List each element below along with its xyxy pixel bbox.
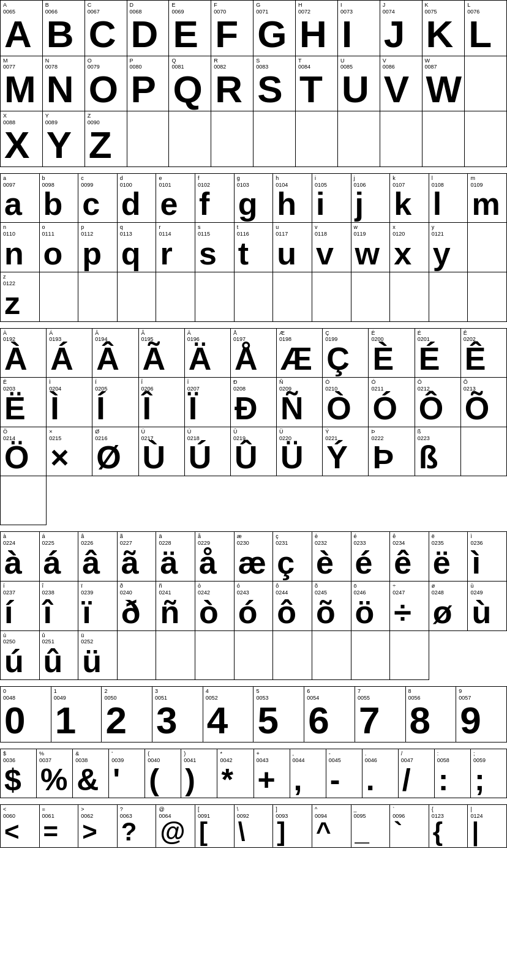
cell-char: ñ (159, 596, 192, 629)
cell-char: Á (49, 343, 89, 376)
cell-char: . (365, 765, 396, 796)
cell-char: n (3, 238, 37, 271)
cell-char: 2 (104, 701, 149, 741)
grid-cell: Þ 0222Þ (369, 427, 415, 477)
cell-char: ê (392, 547, 426, 580)
cell-char (298, 164, 335, 165)
section-accented-upper: À 0192ÀÁ 0193ÁÂ 0194ÂÃ 0195ÃÄ 0196ÄÅ 019… (0, 328, 507, 526)
cell-char: % (39, 765, 70, 796)
cell-char (340, 164, 377, 165)
cell-char (130, 164, 167, 165)
cell-char (276, 677, 309, 678)
cell-char: G (256, 15, 293, 54)
grid-cell: / 0047/ (399, 749, 435, 798)
cell-char: [ (198, 819, 231, 846)
grid-cell: Ñ 0209Ñ (277, 378, 323, 427)
cell-char: 0 (3, 701, 48, 741)
cell-char: À (3, 343, 43, 376)
cell-char (237, 677, 271, 678)
grid-cell: Í 0205Í (92, 378, 138, 427)
cell-char (392, 677, 426, 678)
cell-char: \ (237, 819, 271, 846)
grid-cell: + 0043+ (254, 749, 290, 798)
cell-char (315, 319, 348, 320)
cell-char: é (354, 547, 388, 580)
cell-char: Ö (3, 441, 43, 474)
cell-char: - (329, 765, 359, 796)
grid-cell: a 0097a (1, 174, 40, 223)
grid-cell: 5 00535 (254, 687, 304, 742)
cell-char: d (120, 188, 154, 221)
cell-char: Q (171, 70, 208, 110)
grid-cell (461, 427, 507, 477)
grid-cell: s 0115s (195, 223, 235, 272)
grid-cell: o 0111o (40, 223, 79, 272)
cell-code: ' 0039 (111, 750, 142, 764)
cell-char: | (470, 819, 504, 846)
cell-char: i (315, 188, 348, 221)
grid-cell: & 0038& (73, 749, 109, 798)
cell-char: Í (95, 392, 135, 425)
grid-cell: ) 0041) (181, 749, 217, 798)
grid-cell: ø 0248ø (429, 582, 468, 631)
cell-char: + (257, 765, 287, 796)
cell-char (198, 319, 231, 320)
grid-cell: X 0088X (1, 111, 43, 167)
cell-char: Ò (325, 392, 366, 425)
grid-cell (273, 272, 312, 322)
cell-char: _ (354, 819, 388, 846)
grid-cell (338, 111, 380, 167)
grid-cell: Ì 0204Ì (47, 378, 92, 427)
cell-char: I (340, 15, 377, 54)
cell-char: 5 (256, 701, 301, 741)
cell-char: ] (276, 819, 309, 846)
grid-cell: É 0201É (415, 329, 461, 378)
cell-char: q (120, 238, 154, 271)
grid-cell: $ 0036$ (1, 749, 37, 798)
cell-char (392, 319, 426, 320)
grid-cell: | 0124| (468, 805, 507, 848)
cell-char (256, 164, 293, 165)
cell-code: ) 0041 (184, 750, 214, 764)
grid-cell: à 0224à (1, 532, 40, 582)
cell-char: × (49, 441, 89, 474)
grid-cell: [ 0091[ (195, 805, 235, 848)
cell-char: $ (3, 765, 34, 796)
grid-cell: Ò 0210Ò (323, 378, 369, 427)
grid-cell: C 0067C (85, 1, 127, 56)
grid-cell: ú 0250ú (1, 631, 40, 681)
grid-cell: é 0233é (351, 532, 391, 582)
grid-cell (235, 631, 274, 681)
cell-char: Å (233, 343, 274, 376)
grid-cell: N 0078N (43, 56, 85, 112)
cell-char: ) (184, 765, 214, 796)
cell-char: o (42, 238, 76, 271)
cell-char: ë (432, 547, 465, 580)
cell-char: < (3, 819, 37, 846)
cell-char: ã (120, 547, 154, 580)
grid-cell: Â 0194Â (92, 329, 138, 378)
cell-char: 6 (307, 701, 352, 741)
cell-char (159, 319, 192, 320)
grid-cell: T 0084T (296, 56, 338, 112)
grid-cell (273, 631, 312, 681)
grid-cell (169, 111, 211, 167)
section-uppercase: A 0065AB 0066BC 0067CD 0068DE 0069EF 007… (0, 0, 507, 167)
cell-char (171, 164, 208, 165)
cell-char: Ã (141, 343, 182, 376)
grid-cell: ] 0093] (273, 805, 312, 848)
cell-char: Ì (49, 392, 89, 425)
cell-char: V (383, 70, 419, 110)
cell-char: 8 (408, 701, 454, 741)
cell-code: . 0046 (365, 750, 396, 764)
cell-char: : (437, 765, 468, 796)
grid-cell: k 0107k (390, 174, 429, 223)
grid-cell (468, 272, 507, 322)
grid-cell (390, 272, 429, 322)
cell-char (467, 164, 504, 165)
cell-char: Ù (141, 441, 182, 474)
grid-cell: õ 0245õ (312, 582, 351, 631)
grid-cell: ^ 0094^ (312, 805, 351, 848)
grid-cell: ë 0235ë (429, 532, 468, 582)
cell-char: O (88, 70, 124, 110)
